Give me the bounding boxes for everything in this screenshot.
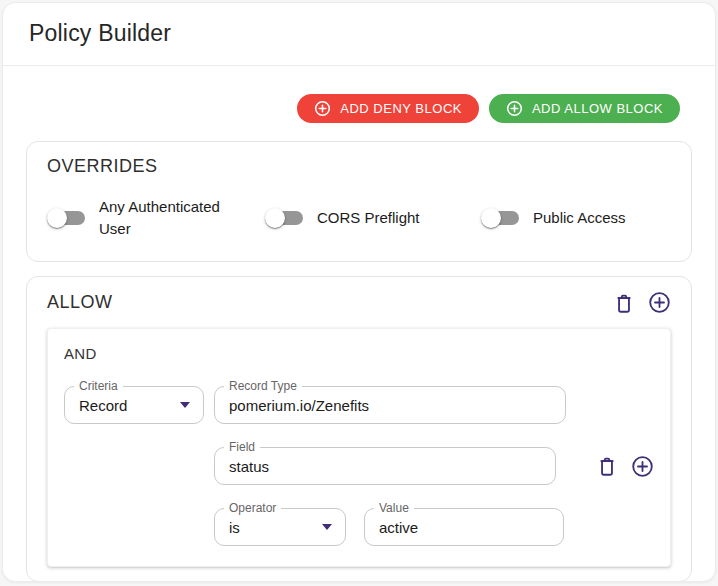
operator-select-label: Operator [224, 501, 281, 515]
cors-preflight-toggle[interactable] [265, 208, 303, 228]
allow-block-header: ALLOW [47, 291, 671, 314]
operator-select[interactable]: Operator is [214, 508, 346, 546]
chevron-down-icon [180, 402, 190, 408]
overrides-toggles: Any Authenticated User CORS Preflight Pu… [47, 189, 671, 247]
toggle-label: CORS Preflight [317, 207, 420, 229]
toggle-public-access: Public Access [481, 207, 626, 229]
add-rule-button[interactable] [631, 455, 654, 478]
actions-row: ADD DENY BLOCK ADD ALLOW BLOCK [26, 94, 680, 123]
record-type-field-label: Record Type [224, 379, 302, 393]
delete-icon [613, 292, 635, 314]
rule-row-criteria: Criteria Record Record Type [64, 386, 654, 424]
criteria-select[interactable]: Criteria Record [64, 386, 204, 424]
value-field: Value [364, 508, 564, 546]
toggle-label: Any Authenticated User [99, 196, 249, 240]
page-title: Policy Builder [29, 20, 689, 47]
add-circle-icon [506, 100, 523, 117]
and-rule-group: AND Criteria Record Record Type [47, 328, 671, 567]
allow-block-actions [613, 291, 671, 314]
add-rule-group-button[interactable] [648, 291, 671, 314]
record-type-input[interactable] [229, 397, 551, 414]
group-operator-label: AND [64, 345, 654, 362]
criteria-select-value: Record [79, 397, 127, 414]
card-header: Policy Builder [3, 3, 715, 66]
delete-allow-block-button[interactable] [613, 292, 635, 314]
add-circle-icon [648, 291, 671, 314]
toggle-knob [265, 208, 285, 228]
add-circle-icon [631, 455, 654, 478]
field-name-field: Field [214, 447, 556, 485]
overrides-title: OVERRIDES [47, 156, 671, 177]
allow-block-section: ALLOW [26, 276, 692, 582]
toggle-knob [47, 208, 67, 228]
policy-builder-card: Policy Builder ADD DENY BLOCK ADD ALLOW … [2, 2, 716, 582]
toggle-cors-preflight: CORS Preflight [265, 207, 481, 229]
delete-rule-button[interactable] [596, 455, 618, 477]
allow-block-title: ALLOW [47, 292, 113, 313]
criteria-select-label: Criteria [74, 379, 123, 393]
public-access-toggle[interactable] [481, 208, 519, 228]
field-name-label: Field [224, 440, 260, 454]
value-input[interactable] [379, 519, 549, 536]
add-circle-icon [314, 100, 331, 117]
field-name-input[interactable] [229, 458, 541, 475]
operator-select-value: is [229, 519, 240, 536]
rule-row-operator-value: Operator is Value [64, 508, 654, 546]
add-allow-block-label: ADD ALLOW BLOCK [532, 101, 663, 116]
rule-row-actions [596, 455, 654, 478]
card-body: ADD DENY BLOCK ADD ALLOW BLOCK OVERRIDES [3, 94, 715, 582]
toggle-knob [481, 208, 501, 228]
rule-row-field: Field [64, 447, 654, 485]
value-field-label: Value [374, 501, 414, 515]
toggle-label: Public Access [533, 207, 626, 229]
any-authenticated-user-toggle[interactable] [47, 208, 85, 228]
overrides-section: OVERRIDES Any Authenticated User CORS Pr… [26, 141, 692, 262]
add-deny-block-button[interactable]: ADD DENY BLOCK [297, 94, 479, 123]
add-deny-block-label: ADD DENY BLOCK [340, 101, 462, 116]
record-type-field: Record Type [214, 386, 566, 424]
delete-icon [596, 455, 618, 477]
toggle-any-authenticated-user: Any Authenticated User [47, 196, 265, 240]
add-allow-block-button[interactable]: ADD ALLOW BLOCK [489, 94, 680, 123]
chevron-down-icon [322, 524, 332, 530]
